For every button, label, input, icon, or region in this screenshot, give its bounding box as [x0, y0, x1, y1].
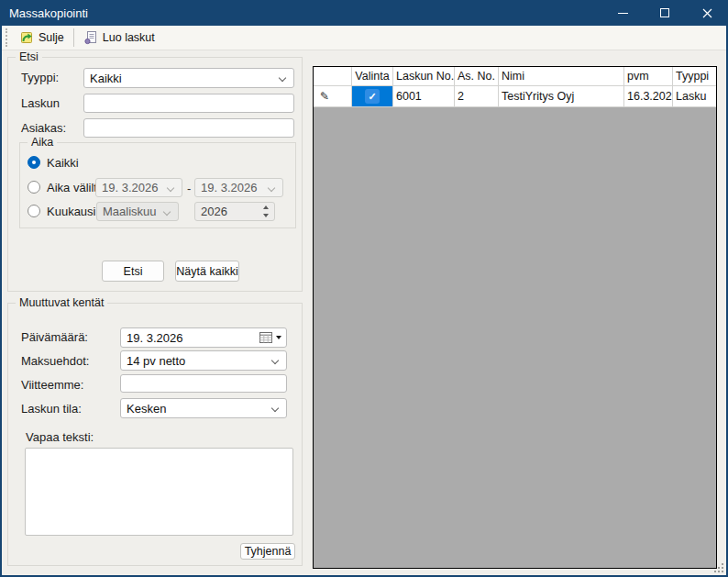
- time-month-label: Kuukausi: [47, 205, 95, 218]
- payment-terms-label: Maksuehdot:: [21, 354, 89, 368]
- create-invoices-label: Luo laskut: [103, 31, 155, 44]
- type-select[interactable]: Kaikki: [83, 68, 294, 88]
- time-group-title: Aika: [28, 136, 57, 150]
- create-invoices-button[interactable]: Luo laskut: [77, 28, 161, 48]
- chevron-down-icon: [268, 184, 275, 192]
- window-controls: [601, 0, 728, 26]
- dropdown-arrow-icon: [276, 336, 281, 339]
- year-spinner[interactable]: 2026: [194, 202, 275, 221]
- minimize-button[interactable]: [601, 0, 644, 26]
- name-cell[interactable]: TestiYritys Oyj: [499, 86, 624, 107]
- close-form-button[interactable]: Sulje: [13, 28, 71, 48]
- arrow-down-icon: [263, 214, 269, 217]
- range-from-select[interactable]: 19. 3.2026: [95, 178, 182, 197]
- reference-input[interactable]: [120, 374, 287, 393]
- arrow-up-icon: [263, 205, 269, 209]
- time-all-label: Kaikki: [47, 156, 79, 170]
- invoice-document-icon: [83, 30, 98, 45]
- chevron-down-icon: [163, 208, 171, 216]
- grid-header-nimi[interactable]: Nimi: [499, 67, 624, 86]
- calendar-icon: [259, 332, 272, 343]
- checkbox-checked-icon: ✓: [365, 89, 380, 104]
- changing-fields-group-title: Muuttuvat kentät: [16, 296, 107, 310]
- search-button[interactable]: Etsi: [102, 261, 164, 282]
- clear-button[interactable]: Tyhjennä: [240, 543, 295, 560]
- invoice-status-label: Laskun tila:: [21, 402, 82, 416]
- changing-fields-group: Muuttuvat kentät Päivämäärä: 19. 3.2026 …: [7, 303, 303, 566]
- free-text-label: Vapaa teksti:: [26, 430, 94, 444]
- time-group: Aika Kaikki Aika väliltä 19. 3.2026 - 19…: [19, 142, 296, 228]
- show-all-button[interactable]: Näytä kaikki: [175, 261, 239, 282]
- date-label: Päivämäärä:: [21, 330, 88, 344]
- grid-header-pvm[interactable]: pvm: [624, 67, 673, 86]
- chevron-down-icon: [271, 405, 279, 412]
- type-label: Tyyppi:: [21, 71, 59, 84]
- search-group: Etsi Tyyppi: Kaikki Laskun Asiakas: Aika…: [7, 57, 303, 292]
- pencil-edit-icon: ✎: [316, 90, 329, 103]
- reference-label: Viitteemme:: [21, 378, 83, 392]
- spinner-buttons: [259, 204, 273, 219]
- close-button[interactable]: [686, 0, 728, 26]
- customer-no-cell[interactable]: 2: [455, 86, 499, 107]
- resize-grip[interactable]: [714, 563, 724, 573]
- row-header-cell[interactable]: ✎: [314, 86, 352, 107]
- free-text-area[interactable]: [25, 448, 293, 536]
- grid-header-as-no[interactable]: As. No.: [455, 67, 499, 86]
- date-picker-value: 19. 3.2026: [127, 331, 182, 345]
- range-separator: -: [187, 182, 191, 195]
- invoice-no-cell[interactable]: 6001: [393, 86, 455, 107]
- maximize-icon: [660, 8, 669, 17]
- month-select[interactable]: Maaliskuu: [96, 202, 179, 221]
- month-select-value: Maaliskuu: [103, 205, 157, 218]
- toolbar-grip[interactable]: [6, 28, 8, 47]
- invoice-input[interactable]: [83, 94, 294, 113]
- close-icon: [702, 8, 712, 18]
- titlebar: Massakopiointi: [0, 0, 728, 26]
- grid-header-tyyppi[interactable]: Tyyppi: [673, 67, 716, 86]
- time-all-radio[interactable]: [28, 156, 40, 169]
- date-cell[interactable]: 16.3.2026: [624, 86, 673, 107]
- app-window: Massakopiointi Sulje: [0, 0, 728, 577]
- invoice-grid: Valinta Laskun No. As. No. Nimi pvm Tyyp…: [313, 66, 717, 569]
- range-to-select[interactable]: 19. 3.2026: [194, 178, 283, 197]
- invoice-status-value: Kesken: [127, 402, 166, 416]
- grid-header-row: Valinta Laskun No. As. No. Nimi pvm Tyyp…: [314, 67, 716, 86]
- selection-checkbox-cell[interactable]: ✓: [352, 86, 393, 107]
- grid-header-laskun-no[interactable]: Laskun No.: [393, 67, 455, 86]
- spinner-down-button[interactable]: [259, 212, 273, 220]
- customer-input[interactable]: [83, 118, 294, 138]
- maximize-button[interactable]: [644, 0, 686, 26]
- customer-label: Asiakas:: [21, 121, 66, 135]
- range-from-value: 19. 3.2026: [102, 181, 158, 194]
- minimize-icon: [618, 13, 628, 14]
- close-form-label: Sulje: [39, 31, 64, 44]
- invoice-status-select[interactable]: Kesken: [120, 398, 287, 418]
- chevron-down-icon: [167, 184, 174, 192]
- toolbar: Sulje Luo laskut: [2, 26, 726, 50]
- grid-corner-header[interactable]: [314, 67, 352, 86]
- range-to-value: 19. 3.2026: [201, 181, 257, 194]
- search-group-title: Etsi: [16, 50, 42, 64]
- type-select-value: Kaikki: [90, 72, 122, 85]
- year-spinner-value: 2026: [201, 205, 227, 218]
- time-month-radio[interactable]: [28, 205, 40, 217]
- spinner-up-button[interactable]: [259, 204, 273, 212]
- grid-header-valinta[interactable]: Valinta: [352, 67, 393, 86]
- window-title: Massakopiointi: [0, 6, 88, 20]
- table-row: ✎ ✓ 6001 2 TestiYritys Oyj 16.3.2026 Las…: [314, 86, 716, 107]
- date-picker[interactable]: 19. 3.2026: [120, 327, 287, 348]
- exit-note-icon: [19, 30, 34, 45]
- chevron-down-icon: [279, 74, 286, 82]
- type-cell[interactable]: Lasku: [673, 86, 716, 107]
- payment-terms-value: 14 pv netto: [127, 354, 185, 368]
- date-picker-icons: [259, 328, 281, 347]
- toolbar-separator: [73, 28, 74, 47]
- time-range-radio[interactable]: [28, 181, 40, 194]
- invoice-label: Laskun: [21, 96, 60, 110]
- payment-terms-select[interactable]: 14 pv netto: [120, 350, 287, 371]
- chevron-down-icon: [271, 357, 279, 364]
